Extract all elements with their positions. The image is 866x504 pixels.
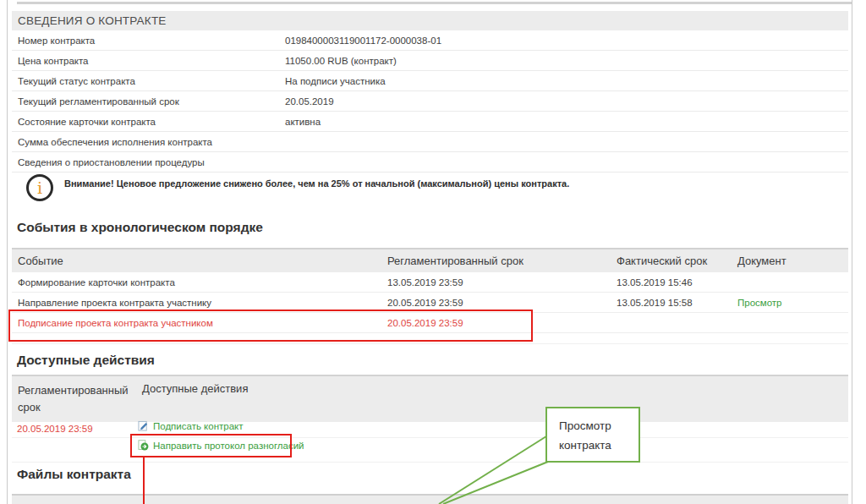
info-label: Номер контракта [18, 36, 95, 46]
event-regulated-date: 20.05.2019 23:59 [387, 298, 463, 308]
event-actual-date: 13.05.2019 15:58 [617, 298, 693, 308]
events-section-title: События в хронологическом порядке [17, 220, 263, 235]
column-header-regulated-deadline: Регламентированный срок [387, 255, 523, 267]
callout-text-line1: Просмотр [559, 416, 639, 436]
event-regulated-date: 13.05.2019 23:59 [387, 277, 463, 288]
actions-section-title: Доступные действия [17, 353, 155, 368]
sign-contract-label: Подписать контракт [153, 421, 244, 431]
annotation-red-line [143, 457, 145, 504]
info-row-number: Номер контракта 0198400003119001172-0000… [12, 30, 848, 51]
info-value: активна [285, 117, 321, 127]
annotation-highlight-signing-row [8, 310, 533, 342]
info-label: Состояние карточки контракта [18, 117, 156, 127]
info-row-status: Текущий статус контракта На подписи учас… [12, 71, 848, 91]
event-actual-date: 13.05.2019 15:46 [617, 277, 693, 288]
contract-details-page: СВЕДЕНИЯ О КОНТРАКТЕ Номер контракта 019… [0, 0, 866, 504]
contract-info-table: Номер контракта 0198400003119001172-0000… [12, 30, 848, 173]
info-value: 11050.00 RUB (контракт) [285, 56, 397, 66]
info-row-security-amount: Сумма обеспечения исполнения контракта [12, 132, 848, 152]
info-value: 20.05.2019 [285, 96, 334, 107]
callout-view-contract: Просмотр контракта [545, 407, 640, 463]
column-header-event: Событие [18, 255, 63, 267]
info-row-deadline: Текущий регламентированный срок 20.05.20… [12, 91, 848, 112]
info-row-card-state: Состояние карточки контракта активна [12, 112, 848, 132]
row-divider [12, 462, 848, 463]
callout-text-line2: контракта [559, 436, 639, 455]
left-page-border [7, 0, 8, 504]
files-section-title: Файлы контракта [17, 467, 131, 482]
info-label: Текущий статус контракта [18, 76, 135, 86]
event-row-card-created: Формирование карточки контракта 13.05.20… [12, 272, 848, 293]
page-title: СВЕДЕНИЯ О КОНТРАКТЕ [18, 14, 167, 27]
right-page-border [852, 0, 852, 504]
column-header-document: Документ [737, 255, 787, 267]
event-name: Направление проекта контракта участнику [18, 298, 211, 308]
view-document-link[interactable]: Просмотр [737, 298, 782, 308]
row-divider [12, 343, 848, 344]
column-header-actual-deadline: Фактический срок [617, 255, 707, 267]
event-name: Формирование карточки контракта [18, 277, 175, 288]
info-icon: i [26, 174, 53, 201]
info-value: На подписи участника [285, 76, 386, 86]
column-header-available-actions: Доступные действия [142, 382, 248, 395]
top-divider [17, 2, 852, 4]
info-row-price: Цена контракта 11050.00 RUB (контракт) [12, 51, 848, 71]
action-deadline-value: 20.05.2019 23:59 [17, 424, 93, 434]
info-label: Сведения о приостановлении процедуры [18, 157, 205, 167]
files-table-header [12, 496, 848, 504]
info-label: Цена контракта [18, 56, 89, 66]
info-row-suspension: Сведения о приостановлении процедуры [12, 152, 848, 173]
info-label: Текущий регламентированный срок [18, 96, 179, 107]
events-table-header: Событие Регламентированный срок Фактичес… [12, 249, 848, 272]
info-label: Сумма обеспечения исполнения контракта [18, 137, 212, 147]
annotation-highlight-send-protocol [130, 434, 292, 457]
info-value: 0198400003119001172-0000038-01 [285, 36, 441, 46]
contract-details-header-bar: СВЕДЕНИЯ О КОНТРАКТЕ [12, 11, 848, 30]
sign-contract-icon [138, 420, 149, 431]
column-header-regulated-deadline: Регламентированный срок [18, 382, 132, 416]
warning-text: Внимание! Ценовое предложение снижено бо… [64, 178, 569, 189]
sign-contract-link[interactable]: Подписать контракт [138, 420, 244, 431]
actions-table-header: Регламентированный срок Доступные действ… [12, 376, 848, 422]
